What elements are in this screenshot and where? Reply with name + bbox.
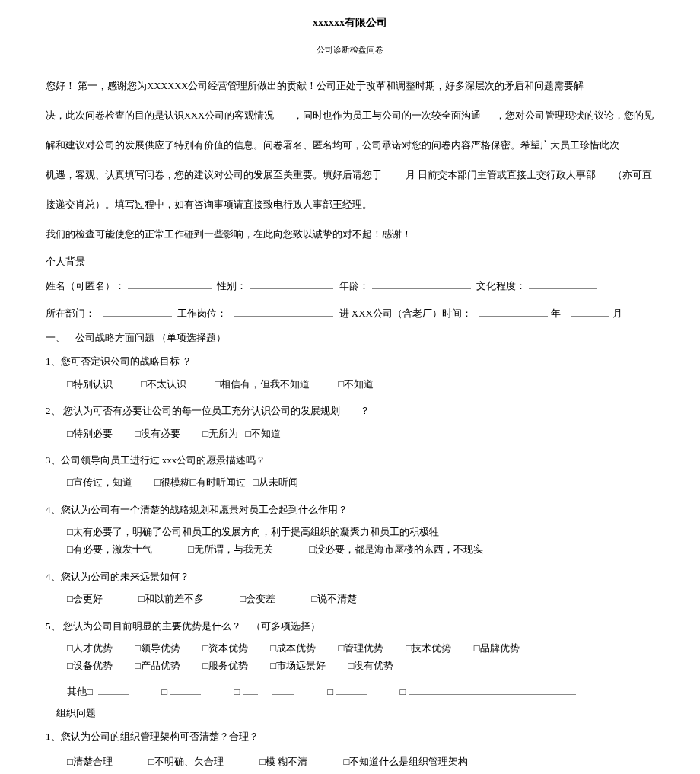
intro-line: 机遇，客观、认真填写问卷，您的建议对公司的发展至关重要。填好后请您于 月 日前交… — [46, 166, 654, 185]
q4-opts: □太有必要了，明确了公司和员工的发展方向，利于提高组织的凝聚力和员工的积极牲 □… — [67, 523, 654, 559]
other-field[interactable] — [170, 694, 201, 695]
q4b-opts: □会更好 □和以前差不多 □会变差 □说不清楚 — [67, 590, 654, 607]
checkbox-option[interactable]: □很模糊□有时听闻过 — [154, 473, 246, 491]
intro-line: 解和建议对公司的发展供应了特别有价值的信息。问卷署名、匿名均可，公司承诺对您的问… — [46, 136, 654, 155]
checkbox-option[interactable]: □不知道 — [245, 425, 281, 442]
checkbox-option[interactable]: □成本优势 — [270, 639, 316, 657]
checkbox-option[interactable]: □资本优势 — [202, 639, 248, 657]
q1-opts: □特别认识 □不太认识 □相信有，但我不知道 □不知道 — [67, 375, 654, 393]
checkbox-option[interactable]: □服务优势 — [202, 657, 248, 674]
year-suffix: 年 — [551, 307, 561, 319]
join-month-field[interactable] — [571, 306, 609, 317]
section2-heading: 组织问题 — [56, 706, 654, 720]
checkbox-option[interactable]: □清楚合理 — [67, 753, 113, 770]
intro-line: 我们的检查可能使您的正常工作碰到一些影响，在此向您致以诚挚的对不起！感谢！ — [46, 225, 654, 244]
intro-line: 决，此次问卷检查的目的是认识XXX公司的客观情况 ，同时也作为员工与公司的一次较… — [46, 107, 654, 126]
other-field[interactable] — [272, 694, 294, 695]
checkbox-option[interactable]: □模 糊不清 — [259, 753, 307, 770]
q5-other-row: 其他□ □ □_ □ □ — [67, 684, 654, 700]
q3-text: 3、公司领导向员工进行过 xxx公司的愿景描述吗？ — [46, 451, 654, 469]
checkbox-option[interactable]: □市场远景好 — [270, 657, 326, 674]
checkbox-option[interactable]: □和以前差不多 — [138, 590, 204, 607]
checkbox-option[interactable]: □品牌优势 — [474, 639, 520, 657]
other-field[interactable] — [409, 694, 576, 695]
checkbox-option[interactable]: □不明确、欠合理 — [148, 753, 224, 770]
join-label: 进 XXX公司（含老厂）时间： — [339, 307, 472, 319]
post-label: 工作岗位： — [177, 307, 227, 319]
background-fields: 姓名（可匿名）： 性别： 年龄： 文化程度： — [46, 276, 654, 296]
other-label[interactable]: 其他□ — [67, 686, 93, 697]
checkbox-option[interactable]: □宣传过，知道 — [67, 473, 132, 491]
checkbox-option[interactable]: □不知道什么是组织管理架构 — [344, 753, 469, 770]
text: 机遇，客观、认真填写问卷，您的建议对公司的发展至关重要。填好后请您于 — [46, 170, 382, 180]
checkbox-option[interactable]: □没有必要 — [135, 425, 180, 442]
page-subtitle: 公司诊断检盘问卷 — [46, 44, 654, 56]
checkbox-option[interactable]: □没必要，都是海市蜃楼的东西，不现实 — [309, 540, 483, 558]
checkbox-option[interactable]: □会更好 — [67, 590, 103, 607]
age-label: 年龄： — [339, 280, 369, 291]
post-field[interactable] — [234, 306, 333, 317]
checkbox-option[interactable]: □有必要，激发士气 — [67, 540, 152, 558]
s2-q1-text: 1、您认为公司的组织管理架构可否清楚？合理？ — [46, 728, 654, 745]
checkbox-option[interactable]: □相信有，但我不知道 — [215, 375, 310, 393]
checkbox-option[interactable]: □说不清楚 — [311, 590, 357, 607]
q4-text: 4、您认为公司有一个清楚的战略规划和愿景对员工会起到什么作用？ — [46, 501, 654, 518]
text: 决，此次问卷检查的目的是认识XXX公司的客观情况 — [46, 110, 274, 121]
checkbox-option[interactable]: □无所为 — [202, 425, 238, 442]
checkbox-option[interactable]: □无所谓，与我无关 — [188, 540, 273, 558]
q5-text: 5、 您认为公司目前明显的主要优势是什么？ （可多项选择） — [46, 617, 654, 635]
text: ，同时也作为员工与公司的一次较全面沟通 — [293, 110, 481, 121]
q3-opts: □宣传过，知道 □很模糊□有时听闻过 □从未听闻 — [67, 473, 654, 491]
intro-block: 您好！ 第一，感谢您为XXXXXX公司经营管理所做出的贡献！公司正处于改革和调整… — [46, 77, 654, 244]
age-field[interactable] — [372, 279, 471, 289]
text: （亦可直 — [612, 170, 652, 180]
text: 月 日前交本部门主管或直接上交行政人事部 — [406, 170, 596, 180]
other-field[interactable] — [98, 694, 129, 695]
gender-label: 性别： — [217, 280, 247, 291]
q2-opts: □特别必要 □没有必要 □无所为 □不知道 — [67, 425, 654, 442]
q1-text: 1、您可否定识公司的战略目标 ？ — [46, 352, 654, 370]
name-label: 姓名（可匿名）： — [46, 280, 125, 291]
month-suffix: 月 — [612, 307, 622, 319]
gender-field[interactable] — [250, 279, 333, 289]
q4b-text: 4、您认为公司的未来远景如何？ — [46, 568, 654, 585]
s2-q1-opts: □清楚合理 □不明确、欠合理 □模 糊不清 □不知道什么是组织管理架构 — [67, 753, 654, 770]
background-fields-2: 所在部门： 工作岗位： 进 XXX公司（含老厂）时间： 年 月 — [46, 304, 654, 323]
checkbox-option[interactable]: □特别必要 — [67, 425, 113, 442]
join-year-field[interactable] — [479, 306, 548, 317]
checkbox-option[interactable]: □产品优势 — [135, 657, 180, 674]
dept-field[interactable] — [103, 306, 172, 317]
checkbox-option[interactable]: □不知道 — [338, 375, 374, 393]
section1-heading: 一、 公司战略方面问题 （单项选择题） — [46, 331, 654, 345]
checkbox-option[interactable]: □人才优势 — [67, 639, 113, 657]
edu-field[interactable] — [529, 279, 597, 289]
intro-line: 接递交肖总）。填写过程中，如有咨询事项请直接致电行政人事部王经理。 — [46, 196, 654, 215]
page-title: xxxxxx有限公司 — [46, 15, 654, 30]
edu-label: 文化程度： — [476, 280, 526, 291]
q5-opts: □人才优势 □领导优势 □资本优势 □成本优势 □管理优势 □技术优势 □品牌优… — [67, 639, 654, 675]
name-field[interactable] — [128, 279, 212, 289]
checkbox-option[interactable]: □不太认识 — [141, 375, 186, 393]
other-field[interactable] — [243, 694, 258, 695]
checkbox-option[interactable]: □会变差 — [240, 590, 275, 607]
checkbox-option[interactable]: □从未听闻 — [253, 473, 298, 491]
checkbox-option[interactable]: □技术优势 — [406, 639, 452, 657]
other-field[interactable] — [336, 694, 367, 695]
background-heading: 个人背景 — [46, 255, 654, 269]
checkbox-option[interactable]: □特别认识 — [67, 375, 113, 393]
checkbox-option[interactable]: □没有优势 — [348, 657, 393, 674]
checkbox-option[interactable]: □管理优势 — [338, 639, 383, 657]
text: ，您对公司管理现状的议论，您的见 — [495, 110, 654, 121]
dept-label: 所在部门： — [46, 307, 95, 319]
checkbox-option[interactable]: □太有必要了，明确了公司和员工的发展方向，利于提高组织的凝聚力和员工的积极牲 — [67, 523, 439, 540]
checkbox-option[interactable]: □设备优势 — [67, 657, 113, 674]
q2-text: 2、 您认为可否有必要让公司的每一位员工充分认识公司的发展规划 ？ — [46, 402, 654, 419]
checkbox-option[interactable]: □领导优势 — [135, 639, 180, 657]
intro-line: 您好！ 第一，感谢您为XXXXXX公司经营管理所做出的贡献！公司正处于改革和调整… — [46, 77, 654, 96]
